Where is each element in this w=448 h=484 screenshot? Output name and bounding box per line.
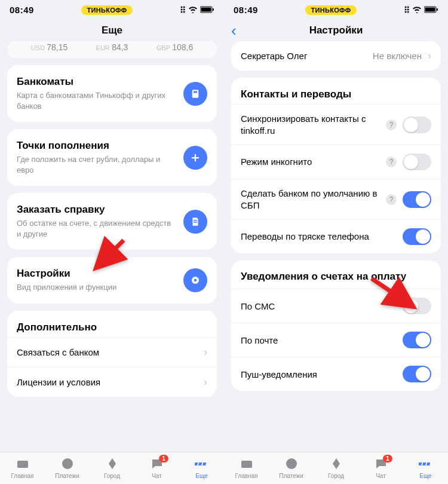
card-atms[interactable]: Банкоматы Карта с банкоматами Тинькофф и…: [7, 65, 217, 122]
row-email: По почте: [231, 323, 441, 357]
screen-settings: 08:49 ТИНЬКОФФ ⠿ ‹ Настройки Секретарь О…: [224, 0, 448, 484]
diamond-icon: [329, 456, 344, 471]
svg-point-10: [62, 458, 73, 469]
status-time: 08:49: [10, 5, 34, 15]
status-icons: ⠿: [404, 5, 438, 15]
svg-rect-15: [425, 7, 435, 11]
svg-rect-5: [194, 220, 197, 221]
status-bar: 08:49 ТИНЬКОФФ ⠿: [0, 0, 224, 17]
card-statement[interactable]: Заказать справку Об остатке на счете, с …: [7, 193, 217, 250]
row-sync-contacts: Синхронизировать контакты с tinkoff.ru ?: [231, 104, 441, 145]
diamond-icon: [105, 456, 120, 471]
tab-chat[interactable]: 1Чат: [358, 456, 403, 479]
brand-pill: ТИНЬКОФФ: [305, 5, 357, 15]
currency-widget[interactable]: USD 78,15 EUR 84,3 GBP 108,6: [7, 41, 217, 58]
atm-icon: [183, 82, 207, 106]
row-licenses[interactable]: Лицензии и условия ›: [7, 367, 217, 397]
page-title: Еще: [102, 24, 122, 36]
status-bar: 08:49 ТИНЬКОФФ ⠿: [224, 0, 448, 17]
content: USD 78,15 EUR 84,3 GBP 108,6 Банкоматы К…: [0, 41, 224, 452]
svg-rect-9: [17, 461, 28, 468]
svg-rect-1: [201, 7, 211, 11]
tab-payments[interactable]: Платежи: [269, 456, 314, 479]
section-extra: Дополнительно Связаться с банком › Лицен…: [7, 311, 217, 397]
content: Секретарь Олег Не включен › Контакты и п…: [224, 41, 448, 452]
tab-chat[interactable]: 1Чат: [134, 456, 179, 479]
chevron-right-icon: ›: [204, 346, 207, 359]
row-push: Пуш-уведомления: [231, 357, 441, 391]
svg-rect-2: [213, 8, 214, 11]
help-icon[interactable]: ?: [386, 157, 397, 167]
tab-bar: Главная Платежи Город 1Чат Еще: [224, 452, 448, 484]
more-icon: [194, 456, 210, 471]
status-time: 08:49: [234, 5, 258, 15]
chevron-right-icon: ›: [428, 50, 431, 62]
tab-city[interactable]: Город: [314, 456, 358, 479]
svg-rect-4: [194, 91, 197, 93]
tab-payments[interactable]: Платежи: [45, 456, 90, 479]
wifi-icon: [188, 5, 198, 15]
svg-rect-19: [419, 462, 422, 465]
brand-pill: ТИНЬКОФФ: [81, 5, 133, 15]
more-icon: [418, 456, 434, 471]
row-secretary[interactable]: Секретарь Олег Не включен ›: [231, 41, 441, 71]
row-sms: По СМС: [231, 289, 441, 323]
toggle-sync[interactable]: [403, 117, 431, 133]
svg-point-8: [194, 279, 197, 282]
wifi-icon: [412, 5, 422, 15]
cellular-icon: ⠿: [180, 5, 186, 15]
tab-city[interactable]: Город: [90, 456, 134, 479]
help-icon[interactable]: ?: [386, 120, 397, 130]
row-contact-bank[interactable]: Связаться с банком ›: [7, 337, 217, 367]
circle-icon: [60, 456, 75, 471]
card-settings[interactable]: Настройки Вид приложения и функции: [7, 257, 217, 304]
tab-home[interactable]: Главная: [0, 456, 45, 479]
svg-point-18: [286, 458, 297, 469]
chevron-right-icon: ›: [204, 376, 207, 388]
tab-bar: Главная Платежи Город 1Чат Еще: [0, 452, 224, 484]
card-icon: [15, 456, 30, 471]
svg-rect-11: [195, 462, 198, 465]
plus-icon: [183, 146, 207, 170]
toggle-sms[interactable]: [403, 298, 431, 314]
svg-rect-20: [422, 462, 425, 465]
section-contacts: Контакты и переводы Синхронизировать кон…: [231, 78, 441, 253]
notification-badge: 1: [159, 455, 168, 462]
tab-more[interactable]: Еще: [179, 456, 224, 479]
page-title: Настройки: [309, 24, 363, 36]
document-icon: [183, 210, 207, 234]
battery-icon: [200, 5, 214, 15]
svg-rect-13: [202, 462, 205, 465]
toggle-incognito[interactable]: [403, 154, 431, 170]
toggle-email[interactable]: [403, 332, 431, 348]
circle-icon: [284, 456, 299, 471]
row-incognito: Режим инкогнито ?: [231, 145, 441, 179]
row-default-bank: Сделать банком по умолчанию в СБП ?: [231, 179, 441, 219]
card-topup[interactable]: Точки пополнения Где положить на счет ру…: [7, 129, 217, 186]
svg-rect-3: [192, 90, 199, 98]
toggle-shake[interactable]: [403, 228, 431, 245]
svg-rect-6: [194, 222, 197, 223]
section-secretary: Секретарь Олег Не включен ›: [231, 41, 441, 71]
screen-more: 08:49 ТИНЬКОФФ ⠿ Еще USD 78,15 EUR 84,3 …: [0, 0, 224, 484]
svg-rect-12: [198, 462, 201, 465]
back-button[interactable]: ‹: [231, 22, 237, 40]
tab-home[interactable]: Главная: [224, 456, 269, 479]
svg-rect-21: [426, 462, 429, 465]
svg-rect-16: [437, 8, 438, 11]
help-icon[interactable]: ?: [386, 194, 397, 205]
gear-icon: [183, 268, 207, 292]
cellular-icon: ⠿: [404, 5, 410, 15]
notification-badge: 1: [383, 455, 392, 462]
toggle-push[interactable]: [403, 366, 431, 382]
card-icon: [239, 456, 254, 471]
toggle-default-bank[interactable]: [403, 191, 431, 208]
header: ‹ Настройки: [224, 17, 448, 41]
section-notifications: Уведомления о счетах на оплату По СМС По…: [231, 261, 441, 391]
row-shake-transfer: Переводы по тряске телефона: [231, 219, 441, 253]
header: Еще: [0, 17, 224, 41]
battery-icon: [424, 5, 438, 15]
tab-more[interactable]: Еще: [403, 456, 448, 479]
svg-rect-17: [241, 461, 252, 468]
status-icons: ⠿: [180, 5, 214, 15]
